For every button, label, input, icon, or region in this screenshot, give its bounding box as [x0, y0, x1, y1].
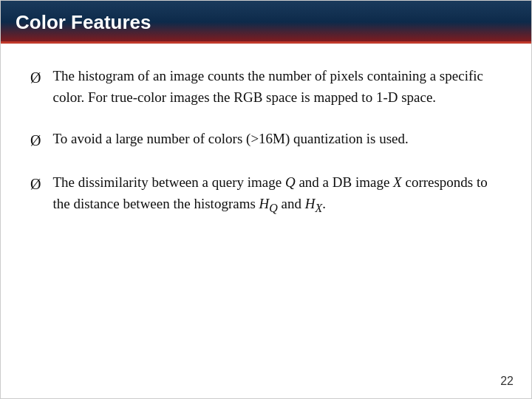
bullet-text-2: To avoid a large number of colors (>16M)… [52, 129, 502, 150]
bullet-text-3: The dissimilarity between a query image … [52, 172, 502, 216]
italic-q: Q [285, 174, 296, 190]
content-area: Ø The histogram of an image counts the n… [1, 44, 531, 252]
italic-hq: H [259, 196, 270, 211]
list-item: Ø The dissimilarity between a query imag… [30, 172, 502, 216]
slide-container: Color Features Ø The histogram of an ima… [0, 0, 532, 399]
bullet-text-1: The histogram of an image counts the num… [52, 66, 502, 108]
page-number: 22 [500, 375, 514, 388]
list-item: Ø The histogram of an image counts the n… [30, 66, 502, 108]
bullet-symbol-1: Ø [30, 66, 41, 89]
italic-hx: H [305, 196, 316, 211]
sub-q: Q [269, 201, 278, 214]
sub-x: X [316, 201, 323, 214]
header-bar: Color Features [1, 1, 531, 44]
italic-x: X [393, 174, 402, 190]
slide-title: Color Features [16, 11, 151, 34]
list-item: Ø To avoid a large number of colors (>16… [30, 129, 502, 151]
bullet-symbol-2: Ø [30, 129, 41, 151]
bullet-symbol-3: Ø [30, 173, 41, 195]
bullet-list: Ø The histogram of an image counts the n… [30, 66, 502, 216]
